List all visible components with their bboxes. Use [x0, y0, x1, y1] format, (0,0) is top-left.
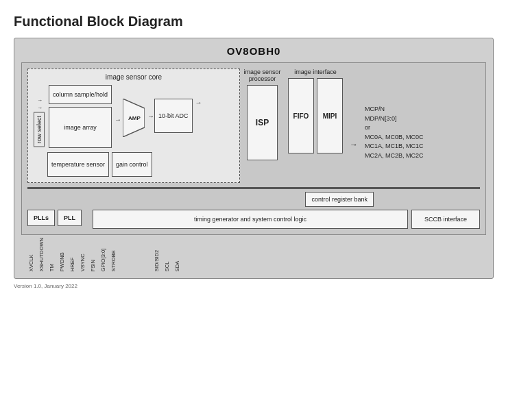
- signal-gpio: GPIO[3:0]: [100, 238, 106, 271]
- right-labels: MCP/N MDP/N[3:0] or MC0A, MC0B, MC0C MC1…: [365, 105, 424, 160]
- column-sample-hold-box: column sample/hold: [49, 85, 112, 104]
- arrow-out-adc: →: [195, 99, 202, 106]
- chip-label: OV8OBH0: [21, 45, 486, 57]
- inner-gray-box: image sensor core → → row select column …: [21, 62, 486, 235]
- timing-generator-box: timing generator and system control logi…: [93, 210, 408, 229]
- signal-tm: TM: [49, 238, 55, 271]
- control-register-bank: control register bank: [305, 192, 374, 207]
- fifo-box: FIFO: [288, 78, 314, 153]
- signal-href: HREF: [69, 238, 75, 271]
- image-array-box: image array: [49, 107, 112, 148]
- sensor-core-box: image sensor core → → row select column …: [27, 69, 240, 183]
- signal-xshutdown: XSHUTDOWN: [38, 238, 45, 271]
- row-select-label: row select: [34, 112, 45, 147]
- signal-fsin: FSIN: [90, 238, 96, 271]
- pll-box: PLL: [58, 210, 82, 226]
- svg-text:AMP: AMP: [128, 115, 141, 121]
- right-label-0: MCP/N: [365, 105, 424, 114]
- signal-vsync: VSYNC: [80, 238, 86, 271]
- diagram-outer: OV8OBH0 image sensor core → → row select…: [14, 38, 494, 279]
- right-label-3: MC0A, MC0B, MC0C: [365, 133, 424, 143]
- h-bus-bar: [27, 187, 480, 189]
- amp-box: AMP: [123, 99, 145, 140]
- signal-sid: SID/SID2: [154, 238, 160, 271]
- signal-scl: SCL: [164, 238, 170, 271]
- arrow-mipi-out: →: [350, 106, 358, 183]
- image-interface-label: image interface: [285, 69, 346, 75]
- arrow-to-amp: →: [115, 116, 121, 123]
- right-label-5: MC2A, MC2B, MC2C: [365, 151, 424, 161]
- sensor-core-label: image sensor core: [34, 73, 234, 81]
- image-interface-area: image interface FIFO MIPI: [285, 69, 346, 183]
- pll-group: PLLs PLL: [27, 210, 89, 229]
- adc-box: 10-bit ADC: [154, 99, 193, 133]
- signal-strobe: STROBE: [110, 238, 117, 271]
- sccb-interface-box: SCCB interface: [411, 210, 480, 229]
- arrow-to-adc: →: [147, 112, 154, 120]
- signal-sda: SDA: [174, 238, 180, 271]
- version-text: Version 1.0, January 2022: [14, 283, 492, 289]
- right-label-2: or: [365, 123, 424, 133]
- mipi-box: MIPI: [317, 78, 343, 153]
- page-title: Functional Block Diagram: [14, 14, 492, 29]
- signal-xvclk: XVCLK: [28, 238, 34, 271]
- signal-pwdnb: PWDNB: [59, 238, 65, 271]
- temperature-sensor-box: temperature sensor: [47, 152, 109, 177]
- isp-box: ISP: [247, 85, 278, 160]
- right-label-4: MC1A, MC1B, MC1C: [365, 142, 424, 151]
- isp-processor-area: image sensor processor ISP: [243, 69, 281, 183]
- gain-control-box: gain control: [112, 152, 152, 177]
- image-sensor-processor-label: image sensor processor: [243, 69, 281, 82]
- plls-box: PLLs: [27, 210, 55, 226]
- right-label-1: MDP/N[3:0]: [365, 114, 424, 124]
